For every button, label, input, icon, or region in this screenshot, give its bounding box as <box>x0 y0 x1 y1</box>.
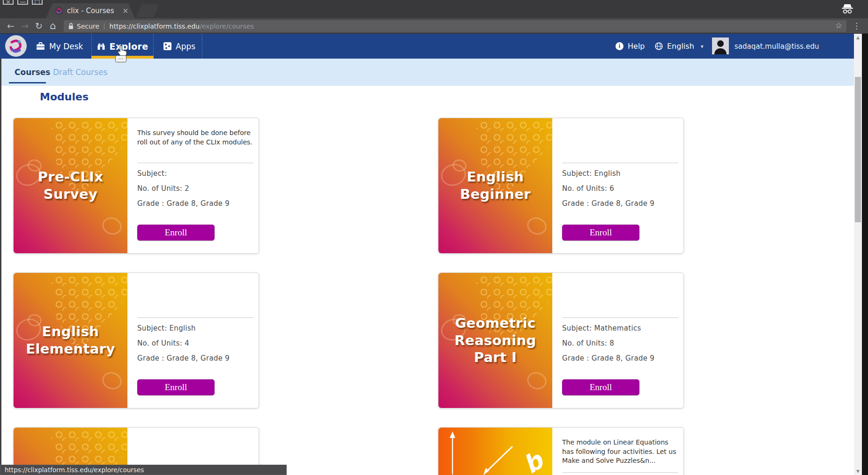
course-subject: Subject: English <box>137 324 196 332</box>
tab-title: clix - Courses <box>67 7 119 15</box>
course-card-english-beginner: English Beginner Subject: English No. of… <box>438 118 684 254</box>
course-title: Pre-CLIx Survey <box>14 168 127 203</box>
nav-apps-label: Apps <box>176 42 195 51</box>
divider <box>562 317 678 318</box>
briefcase-icon <box>36 42 45 50</box>
course-thumbnail: Geometric Reasoning Part I <box>438 273 552 408</box>
nav-help-label: Help <box>628 42 645 51</box>
app-navbar: My Desk Explore Apps i Help Englis <box>0 34 862 59</box>
course-title: English Elementary <box>14 323 127 358</box>
avatar[interactable] <box>712 38 729 56</box>
linear-equations-graphic: b <box>438 428 552 475</box>
course-card-geometric-reasoning: Geometric Reasoning Part I Subject: Math… <box>438 272 684 408</box>
course-units: No. of Units: 4 <box>137 339 189 347</box>
course-subject: Subject: English <box>562 169 621 178</box>
browser-tabstrip: × — □ clix - Courses × <box>0 0 868 18</box>
course-grade: Grade : Grade 8, Grade 9 <box>137 199 230 208</box>
course-thumbnail: Pre-CLIx Survey <box>14 118 127 253</box>
home-icon[interactable]: ⌂ <box>47 18 59 34</box>
nav-help[interactable]: i Help <box>616 34 645 59</box>
language-selector[interactable]: English ▾ <box>655 34 704 59</box>
user-email[interactable]: sadaqat.mulla@tiss.edu <box>734 34 819 59</box>
link-status-bar: https://clixplatform.tiss.edu/explore/co… <box>0 465 287 475</box>
nav-apps[interactable]: Apps <box>163 34 195 59</box>
main-content: Modules Pre-CLIx Survey This survey shou… <box>0 86 862 475</box>
course-info: This survey should be done before roll o… <box>137 118 253 253</box>
nav-divider <box>153 34 154 59</box>
course-card-pre-clix-survey: Pre-CLIx Survey This survey should be do… <box>13 118 259 254</box>
decorative-ring <box>100 369 124 392</box>
enroll-button[interactable]: Enroll <box>137 225 215 241</box>
course-grade: Grade : Grade 8, Grade 9 <box>562 354 654 362</box>
decorative-ring <box>525 215 549 237</box>
incognito-icon <box>841 3 854 16</box>
decorative-ring <box>100 215 124 237</box>
lock-icon <box>68 23 74 30</box>
window-left-edge <box>0 59 1 475</box>
nav-divider <box>202 34 202 59</box>
window-maximize-button[interactable]: □ <box>32 0 43 5</box>
course-units: No. of Units: 6 <box>562 184 614 193</box>
help-icon: i <box>616 42 623 50</box>
course-subject: Subject: <box>137 169 167 178</box>
course-info: Subject: Mathematics No. of Units: 8 Gra… <box>562 273 678 408</box>
enroll-button[interactable]: Enroll <box>137 379 215 395</box>
favicon <box>55 7 63 15</box>
enroll-button[interactable]: Enroll <box>562 225 639 241</box>
new-tab-button[interactable] <box>136 4 159 17</box>
svg-text:b: b <box>519 445 550 475</box>
course-title: English Beginner <box>438 168 552 203</box>
tab-close-icon[interactable]: × <box>122 7 128 15</box>
course-description: This survey should be done before roll o… <box>137 128 252 147</box>
language-label: English <box>667 42 694 51</box>
scrollbar-thumb[interactable] <box>855 77 861 222</box>
divider <box>137 163 253 163</box>
tab-draft-courses[interactable]: Draft Courses <box>53 59 107 86</box>
divider <box>137 317 253 318</box>
enroll-button[interactable]: Enroll <box>562 379 639 395</box>
browser-urlbar: ← → ↻ ⌂ Secure | https://clixplatform.ti… <box>0 18 868 34</box>
page-title: Modules <box>40 91 89 103</box>
page-scrollbar[interactable]: ▲ ▼ <box>854 34 862 475</box>
forward-icon[interactable]: → <box>19 18 31 34</box>
course-units: No. of Units: 2 <box>137 184 189 193</box>
browser-tab[interactable]: clix - Courses × <box>46 3 135 18</box>
course-grade: Grade : Grade 8, Grade 9 <box>137 354 230 362</box>
reload-icon[interactable]: ↻ <box>33 18 45 34</box>
clix-logo[interactable] <box>5 35 27 57</box>
browser-menu-icon[interactable]: ⋮ <box>853 18 861 34</box>
nav-my-desk[interactable]: My Desk <box>36 34 83 59</box>
course-card-english-elementary: English Elementary Subject: English No. … <box>13 272 259 408</box>
course-subject: Subject: Mathematics <box>562 324 641 332</box>
divider <box>562 472 678 473</box>
url-path: /explore/courses <box>200 23 254 30</box>
divider <box>562 163 678 163</box>
course-info: Subject: English No. of Units: 4 Grade :… <box>137 273 253 408</box>
apps-icon <box>163 42 171 50</box>
url-separator: | <box>103 23 105 30</box>
course-units: No. of Units: 8 <box>562 339 614 347</box>
binoculars-icon <box>97 43 105 50</box>
course-description: The module on Linear Equations has follo… <box>562 438 677 466</box>
course-thumbnail: English Beginner <box>438 118 552 253</box>
scroll-down-icon[interactable]: ▼ <box>854 469 862 474</box>
active-subnav-underline <box>9 82 46 83</box>
scroll-up-icon[interactable]: ▲ <box>854 35 862 40</box>
bookmark-star-icon[interactable]: ☆ <box>835 21 842 30</box>
window-minimize-button[interactable]: — <box>17 0 28 5</box>
course-info: The module on Linear Equations has follo… <box>562 428 678 475</box>
cursor-hint-box: ⋯ <box>115 55 126 62</box>
decorative-ring <box>525 369 549 392</box>
browser-window: × — □ clix - Courses × ← → ↻ ⌂ Secure | … <box>0 0 868 475</box>
nav-explore-label: Explore <box>110 41 148 52</box>
window-right-edge <box>862 34 868 475</box>
nav-my-desk-label: My Desk <box>49 42 83 51</box>
course-grade: Grade : Grade 8, Grade 9 <box>562 199 654 208</box>
window-close-button[interactable]: × <box>3 0 14 5</box>
courses-subnav: Courses Draft Courses <box>0 59 862 86</box>
address-bar[interactable]: Secure | https://clixplatform.tiss.edu /… <box>64 20 846 32</box>
globe-icon <box>655 42 663 50</box>
course-thumbnail: English Elementary <box>14 273 127 408</box>
back-icon[interactable]: ← <box>5 18 17 34</box>
course-thumbnail: b <box>438 428 552 475</box>
